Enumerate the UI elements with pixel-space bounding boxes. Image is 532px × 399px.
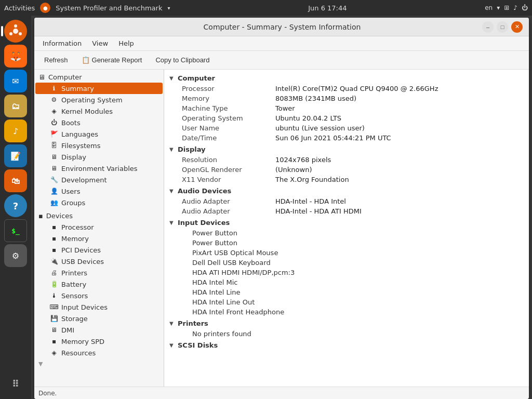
menu-help[interactable]: Help: [114, 38, 138, 48]
audio2-val: HDA-Intel - HDA ATI HDMI: [275, 207, 362, 215]
window-title: Computer - Summary - System Information: [82, 23, 482, 31]
sidebar-item-groups[interactable]: 👥 Groups: [35, 197, 163, 208]
audio-tree-header[interactable]: ▼ Audio Devices: [166, 185, 527, 196]
dock-writer[interactable]: 📝: [4, 144, 27, 167]
sidebar-item-boots[interactable]: ⏻ Boots: [35, 117, 163, 128]
generate-report-button[interactable]: 📋 Generate Report: [76, 54, 148, 66]
computer-tree-header[interactable]: ▼ Computer: [166, 73, 527, 84]
sidebar-item-kernel-modules[interactable]: ◈ Kernel Modules: [35, 105, 163, 117]
processor-val: Intel(R) Core(TM)2 Quad CPU Q9400 @ 2.66…: [275, 85, 438, 92]
refresh-button[interactable]: Refresh: [38, 54, 74, 66]
printers-tree-label: Printers: [178, 320, 208, 327]
tree-row-processor: Processor Intel(R) Core(TM)2 Quad CPU Q9…: [166, 84, 527, 94]
os-val: Ubuntu 20.04.2 LTS: [275, 114, 341, 122]
sidebar-item-label-kernel: Kernel Modules: [61, 108, 113, 115]
sidebar-item-memory[interactable]: ▪ Memory: [35, 233, 163, 244]
display-tree-header[interactable]: ▼ Display: [166, 144, 527, 155]
processor-icon: ▪: [50, 223, 58, 231]
input-item-4: HDA ATI HDMI HDMI/DP,pcm:3: [166, 268, 527, 277]
sidebar-item-filesystems[interactable]: 🗄 Filesystems: [35, 140, 163, 151]
main-content: 🖥 Computer ℹ Summary ⚙ Operating System …: [34, 70, 529, 387]
maximize-button[interactable]: □: [497, 21, 508, 33]
audio1-val: HDA-Intel - HDA Intel: [275, 197, 346, 205]
input-item-5: HDA Intel Mic: [166, 277, 527, 287]
os-key: Operating System: [182, 114, 275, 122]
dock-apps-grid[interactable]: ⠿: [4, 372, 27, 395]
minimize-button[interactable]: –: [482, 21, 494, 33]
volume-icon[interactable]: ♪: [513, 4, 517, 11]
sidebar-item-users[interactable]: 👤 Users: [35, 185, 163, 197]
menu-view[interactable]: View: [88, 38, 112, 48]
machine-type-val: Tower: [275, 104, 295, 112]
env-icon: 🖥: [50, 164, 58, 172]
dock-firefox[interactable]: 🦊: [4, 45, 27, 68]
dock-terminal[interactable]: $_: [4, 219, 27, 242]
sidebar-item-label-os: Operating System: [61, 96, 123, 104]
right-panel: ▼ Computer Processor Intel(R) Core(TM)2 …: [164, 70, 529, 387]
sidebar-item-usb-devices[interactable]: 🔌 USB Devices: [35, 256, 163, 267]
sidebar-item-display[interactable]: 🖥 Display: [35, 151, 163, 163]
dock-thunderbird[interactable]: ✉: [4, 70, 27, 92]
scsi-arrow-icon: ▼: [169, 342, 176, 348]
computer-tree-section: ▼ Computer Processor Intel(R) Core(TM)2 …: [166, 73, 527, 143]
network-icon[interactable]: ⊞: [504, 4, 509, 11]
sidebar-item-languages[interactable]: 🚩 Languages: [35, 128, 163, 140]
sidebar-item-summary[interactable]: ℹ Summary: [35, 83, 163, 94]
sidebar-item-processor[interactable]: ▪ Processor: [35, 221, 163, 233]
activities-button[interactable]: Activities: [4, 4, 35, 12]
display-tree-section: ▼ Display Resolution 532x399 pixels Ope…: [166, 144, 527, 184]
sidebar-item-label-filesystems: Filesystems: [61, 142, 101, 150]
sidebar-item-printers[interactable]: 🖨 Printers: [35, 267, 163, 278]
power-icon[interactable]: ⏻: [522, 4, 528, 11]
svg-point-3: [19, 32, 22, 35]
sidebar-item-dmi[interactable]: 🖥 DMI: [35, 324, 163, 336]
window-controls: – □ ✕: [482, 21, 523, 33]
close-button[interactable]: ✕: [511, 21, 523, 33]
locale-indicator[interactable]: en: [485, 4, 493, 11]
input-tree-header[interactable]: ▼ Input Devices: [166, 217, 527, 228]
dock-appstore[interactable]: 🛍: [4, 169, 27, 192]
devices-section-icon: ▪: [38, 212, 43, 220]
sidebar-item-pci-devices[interactable]: ▪ PCI Devices: [35, 244, 163, 256]
memory-key: Memory: [182, 95, 275, 102]
scsi-tree-header[interactable]: ▼ SCSI Disks: [166, 340, 527, 351]
sidebar-item-memory-spd[interactable]: ▪ Memory SPD: [35, 336, 163, 347]
processor-key: Processor: [182, 85, 275, 92]
devices-label: Devices: [46, 212, 73, 220]
dock-rhythmbox[interactable]: ♪: [4, 119, 27, 142]
resources-icon: ◈: [50, 349, 58, 357]
window-titlebar: Computer - Summary - System Information …: [34, 18, 529, 36]
input-item-1: Power Button: [166, 238, 527, 248]
sidebar-item-operating-system[interactable]: ⚙ Operating System: [35, 94, 163, 105]
dock-settings[interactable]: ⚙: [4, 244, 27, 267]
menu-information[interactable]: Information: [38, 38, 86, 48]
sidebar-item-battery[interactable]: 🔋 Battery: [35, 278, 163, 290]
dev-icon: 🔧: [50, 176, 58, 184]
dock-files[interactable]: 🗂: [4, 95, 27, 117]
sidebar-section-computer[interactable]: 🖥 Computer: [34, 72, 164, 83]
sidebar-item-resources[interactable]: ◈ Resources: [35, 347, 163, 358]
tree-row-machine-type: Machine Type Tower: [166, 103, 527, 113]
topbar-app-name: System Profiler and Benchmark: [56, 4, 162, 12]
audio-arrow-icon: ▼: [169, 188, 176, 194]
sidebar-item-storage[interactable]: 💾 Storage: [35, 313, 163, 324]
dock-help[interactable]: ?: [4, 194, 27, 217]
sidebar-item-input-devices[interactable]: ⌨ Input Devices: [35, 301, 163, 313]
groups-icon: 👥: [50, 198, 58, 207]
input-item-7: HDA Intel Line Out: [166, 297, 527, 307]
sidebar-item-environment[interactable]: 🖥 Environment Variables: [35, 163, 163, 174]
sidebar-section-devices[interactable]: ▪ Devices: [34, 210, 164, 221]
locale-dropdown-icon[interactable]: ▾: [497, 4, 500, 11]
copy-clipboard-button[interactable]: Copy to Clipboard: [150, 54, 215, 66]
sidebar-item-label-processor: Processor: [61, 223, 94, 231]
report-icon: 📋: [82, 56, 90, 64]
printers-tree-header[interactable]: ▼ Printers: [166, 318, 527, 329]
username-key: User Name: [182, 124, 275, 132]
sidebar-item-development[interactable]: 🔧 Development: [35, 174, 163, 185]
sidebar: 🖥 Computer ℹ Summary ⚙ Operating System …: [34, 70, 164, 387]
filesystems-icon: 🗄: [50, 141, 58, 150]
input-item-0: Power Button: [166, 228, 527, 238]
sidebar-item-sensors[interactable]: 🌡 Sensors: [35, 290, 163, 301]
dock-ubuntu[interactable]: [4, 20, 27, 43]
topbar-dropdown-icon[interactable]: ▾: [167, 5, 170, 11]
